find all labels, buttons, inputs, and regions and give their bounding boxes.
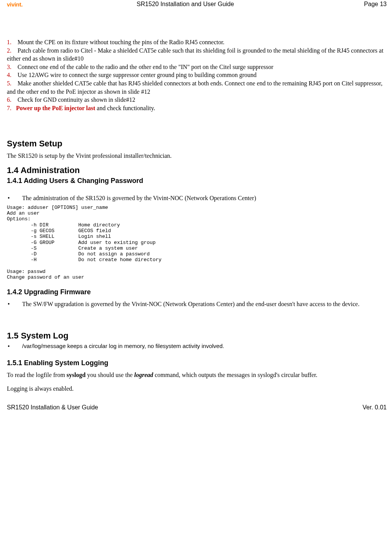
step-7-warning: Power up the PoE injector last [16, 105, 95, 111]
heading-system-setup: System Setup [7, 139, 390, 149]
step-num: 5. [7, 80, 11, 87]
step-7-rest: and check functionality. [95, 105, 155, 111]
heading-1-5-1: 1.5.1 Enabling System Logging [7, 359, 390, 367]
step-7: 7. Power up the PoE injector last and ch… [7, 104, 390, 112]
step-num: 6. [7, 96, 11, 103]
footer-version: Ver. 0.01 [333, 404, 390, 411]
document-page: vivint. SR1520 Installation and User Gui… [0, 0, 392, 415]
step-4: 4. Use 12AWG wire to connect the surge s… [7, 71, 390, 79]
step-num: 4. [7, 72, 11, 78]
step-1: 1. Mount the CPE on its fixture without … [7, 38, 390, 47]
page-number: Page 13 [341, 1, 390, 8]
vivint-logo: vivint. [7, 1, 30, 8]
logread-paragraph: To read the logfile from syslogd you sho… [7, 371, 390, 379]
step-text: Mount the CPE on its fixture without tou… [16, 39, 225, 45]
page-header: vivint. SR1520 Installation and User Gui… [7, 1, 390, 8]
step-num: 1. [7, 39, 11, 45]
footer-title: SR1520 Installation & User Guide [7, 404, 333, 411]
syslog-bullet: • /var/log/message keeps a circular log … [7, 342, 390, 351]
step-text: Use 12AWG wire to connect the surge supp… [16, 72, 257, 78]
syslog-bullet-text: /var/log/message keeps a circular log in… [22, 342, 390, 351]
txt: command, which outputs the messages in s… [153, 372, 318, 378]
txt: To read the logfile from [7, 372, 67, 378]
heading-1-5: 1.5 System Log [7, 331, 390, 341]
firmware-bullet: • The SW/FW upgradation is governed by t… [7, 300, 390, 308]
step-text: Connect one end of the cable to the radi… [16, 64, 273, 70]
logread-bolditalic: logread [134, 372, 153, 378]
step-2: 2. Patch cable from radio to Citel - Mak… [7, 47, 390, 63]
heading-1-4: 1.4 Administration [7, 165, 390, 175]
doc-title: SR1520 Installation and User Guide [30, 1, 341, 8]
step-text: Make another shielded CAT5e cable that h… [7, 80, 382, 95]
step-text: Patch cable from radio to Citel - Make a… [7, 47, 383, 62]
txt: you should use the [85, 372, 134, 378]
bullet-icon: • [7, 342, 22, 351]
heading-1-4-2: 1.4.2 Upgrading Firmware [7, 288, 390, 296]
firmware-bullet-text: The SW/FW upgradation is governed by the… [22, 300, 390, 308]
step-5: 5. Make another shielded CAT5e cable tha… [7, 79, 390, 96]
system-setup-text: The SR1520 is setup by the Vivint profes… [7, 152, 390, 160]
step-3: 3. Connect one end of the cable to the r… [7, 63, 390, 71]
step-num: 3. [7, 64, 11, 70]
step-num: 2. [7, 47, 11, 54]
heading-1-4-1: 1.4.1 Adding Users & Changing Password [7, 177, 390, 185]
admin-bullet: • The administration of the SR1520 is go… [7, 194, 390, 202]
step-6: 6. Check for GND continuity as shown in … [7, 96, 390, 104]
page-footer: SR1520 Installation & User Guide Ver. 0.… [7, 404, 390, 411]
install-steps: 1. Mount the CPE on its fixture without … [7, 38, 390, 112]
step-num: 7. [7, 105, 11, 111]
syslogd-bold: syslogd [67, 372, 86, 378]
step-text: Check for GND continuity as shown in sli… [16, 96, 135, 103]
admin-bullet-text: The administration of the SR1520 is gove… [22, 194, 390, 202]
bullet-icon: • [7, 300, 22, 308]
bullet-icon: • [7, 194, 22, 202]
logging-enabled-paragraph: Logging is always enabled. [7, 385, 390, 393]
adduser-code-block: Usage: adduser [OPTIONS] user_name Add a… [7, 205, 390, 281]
